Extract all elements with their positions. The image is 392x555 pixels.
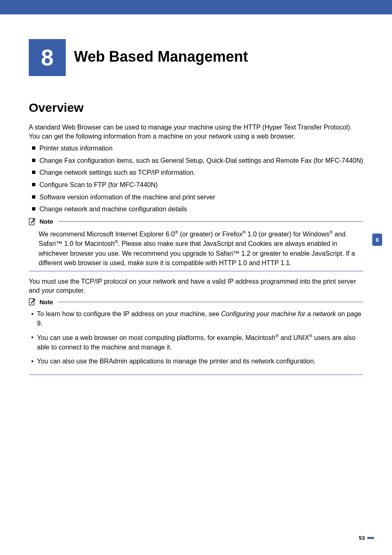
note-text: 1.0 (or greater) for Windows (246, 231, 330, 238)
page-content: Overview A standard Web Browser can be u… (0, 101, 392, 375)
note-label: Note (39, 298, 53, 305)
svg-rect-0 (29, 218, 34, 225)
note-text: We recommend Microsoft Internet Explorer… (39, 231, 175, 238)
svg-rect-1 (29, 298, 34, 305)
reg-mark: ® (175, 230, 178, 235)
list-item: Software version information of the mach… (29, 193, 363, 202)
note-text: and UNIX (279, 334, 309, 341)
note-body: To learn how to configure the IP address… (29, 305, 363, 375)
reg-mark: ® (309, 333, 312, 338)
reg-mark: ® (115, 239, 118, 244)
chapter-heading-row: 8 Web Based Management (0, 39, 392, 76)
note-list: To learn how to configure the IP address… (30, 310, 363, 366)
list-item: Change Fax configuration items, such as … (29, 156, 363, 165)
feature-list: Printer status information Change Fax co… (29, 144, 363, 214)
list-item: Change network settings such as TCP/IP i… (29, 168, 363, 177)
note-icon (29, 218, 37, 225)
reg-mark: ® (330, 230, 333, 235)
list-item: To learn how to configure the IP address… (30, 310, 363, 328)
intro-paragraph: A standard Web Browser can be used to ma… (29, 123, 363, 141)
list-item: You can use a web browser on most comput… (30, 333, 363, 352)
page-number-bar (367, 537, 374, 539)
chapter-number-block: 8 (29, 39, 66, 76)
note-rule (58, 221, 363, 222)
note-text: You can use a web browser on most comput… (37, 334, 275, 341)
note-body: We recommend Microsoft Internet Explorer… (29, 225, 363, 271)
section-title: Overview (29, 101, 363, 115)
list-item: Change network and machine configuration… (29, 205, 363, 214)
chapter-title: Web Based Management (74, 48, 248, 65)
note-label: Note (39, 218, 53, 225)
note-heading: Note (29, 218, 363, 225)
list-item: Configure Scan to FTP (for MFC-7440N) (29, 180, 363, 190)
page-number: 53 (359, 535, 365, 541)
reg-mark: ® (242, 230, 246, 235)
cross-ref: Configuring your machine for a network (221, 310, 336, 317)
middle-paragraph: You must use the TCP/IP protocol on your… (29, 277, 363, 295)
page-number-wrap: 53 (359, 535, 374, 541)
note-text: (or greater) or Firefox (178, 231, 242, 238)
header-bar (0, 0, 392, 14)
list-item: Printer status information (29, 144, 363, 153)
note-icon (29, 298, 37, 305)
note-heading: Note (29, 298, 363, 305)
list-item: You can also use the BRAdmin application… (30, 357, 363, 366)
side-tab: 8 (372, 234, 382, 246)
note-text: To learn how to configure the IP address… (37, 310, 221, 317)
note-rule (58, 302, 363, 302)
